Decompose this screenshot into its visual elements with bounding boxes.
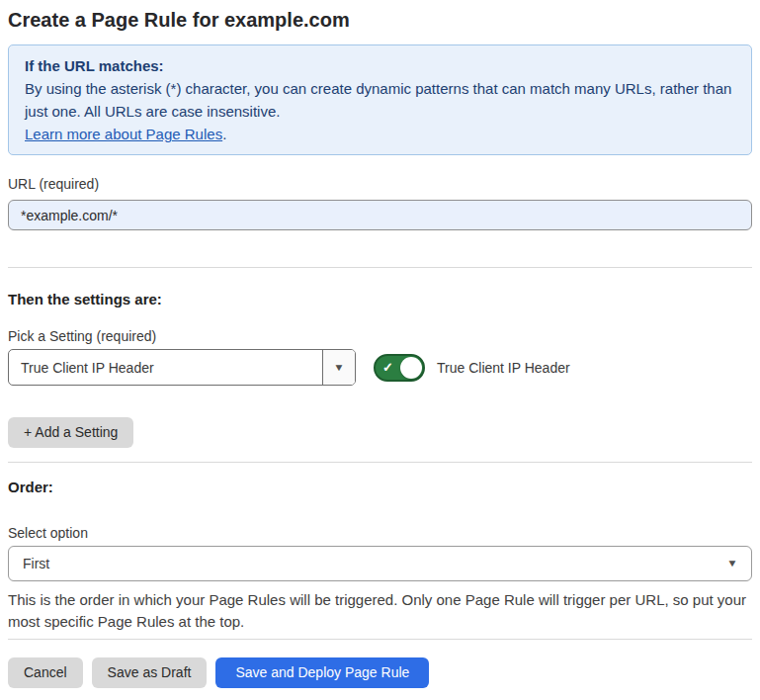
settings-section-heading: Then the settings are: [8,291,752,308]
setting-select-value: True Client IP Header [9,350,322,385]
divider [8,639,752,640]
check-icon: ✓ [382,361,393,374]
save-as-draft-button[interactable]: Save as Draft [92,657,208,688]
learn-more-link[interactable]: Learn more about Page Rules [25,126,222,142]
url-field-label: URL (required) [8,176,752,192]
footer-actions: Cancel Save as Draft Save and Deploy Pag… [8,657,752,688]
info-box-body: By using the asterisk (*) character, you… [25,77,735,123]
order-select[interactable]: First ▼ [8,546,752,581]
order-select-label: Select option [8,525,752,541]
caret-glyph: ▼ [333,363,344,373]
setting-row: True Client IP Header ▼ ✓ True Client IP… [8,349,752,386]
create-page-rule-form: Create a Page Rule for example.com If th… [0,0,760,700]
url-input[interactable] [8,200,752,230]
add-setting-button[interactable]: + Add a Setting [8,417,133,448]
info-box-link-line: Learn more about Page Rules. [25,123,735,145]
cancel-button[interactable]: Cancel [8,657,83,688]
toggle-knob [400,357,422,379]
order-select-value: First [23,556,49,571]
page-title: Create a Page Rule for example.com [8,8,752,32]
setting-select[interactable]: True Client IP Header ▼ [8,349,356,386]
chevron-down-icon: ▼ [726,559,737,569]
divider [8,267,752,268]
url-match-info-box: If the URL matches: By using the asteris… [8,44,752,155]
save-and-deploy-button[interactable]: Save and Deploy Page Rule [215,657,429,688]
link-period: . [222,126,226,142]
chevron-down-icon: ▼ [322,350,355,385]
setting-toggle-label: True Client IP Header [437,360,570,376]
setting-picker-label: Pick a Setting (required) [8,328,752,344]
setting-enabled-toggle[interactable]: ✓ [374,354,425,382]
order-help-text: This is the order in which your Page Rul… [8,589,752,633]
order-section-heading: Order: [8,479,752,496]
info-box-heading: If the URL matches: [25,54,735,77]
divider [8,462,752,463]
